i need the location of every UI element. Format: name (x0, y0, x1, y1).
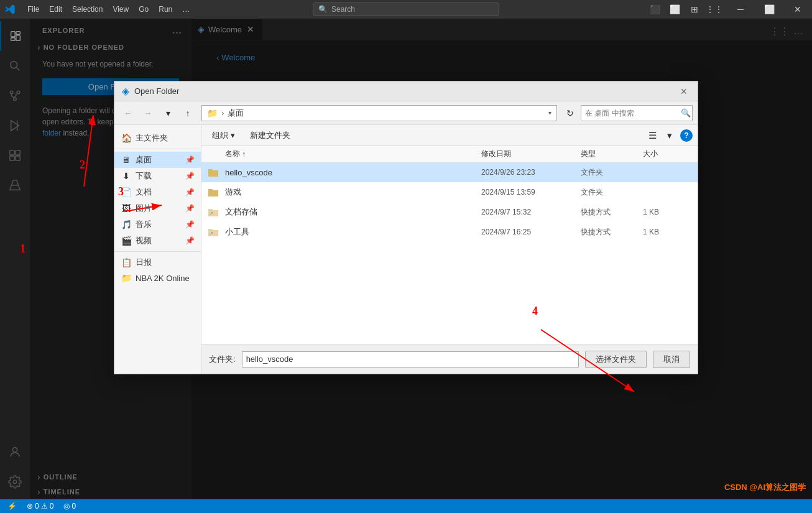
file-row-games[interactable]: 游戏 2024/9/15 13:59 文件夹 (201, 182, 698, 202)
file-date-hello-vscode: 2024/9/26 23:23 (481, 168, 581, 177)
file-row-docs-storage[interactable]: ↗ 文档存储 2024/9/7 15:32 快捷方式 1 KB (201, 202, 698, 222)
address-dropdown-icon[interactable]: ▾ (548, 109, 551, 116)
file-name-hello-vscode: hello_vscode (225, 168, 481, 177)
svg-text:↗: ↗ (209, 211, 213, 216)
dialog-nav-pictures[interactable]: 🖼 图片 📌 (114, 200, 201, 216)
dialog-search-bar: 🔍 (581, 105, 693, 121)
dialog-dropdown-btn[interactable]: ▾ (159, 105, 177, 121)
dialog-nav-documents[interactable]: 📄 文档 📌 (114, 184, 201, 200)
sort-icon: ↑ (242, 150, 246, 159)
close-button[interactable]: ✕ (783, 0, 812, 19)
footer-folder-input[interactable] (242, 351, 579, 367)
errors-indicator[interactable]: ⊗ 0 ⚠ 0 (24, 499, 56, 513)
layout-icons: ⬛ ⬜ ⊞ ⋮⋮ (645, 2, 724, 16)
nav-nba2k-label: NBA 2K Online (136, 274, 190, 283)
remote-icon: ⚡ (7, 502, 17, 511)
dialog-main-toolbar: 组织 ▾ 新建文件夹 ☰ ▾ ? (201, 125, 698, 146)
layout-btn-3[interactable]: ⊞ (685, 2, 704, 16)
maximize-button[interactable]: ⬜ (755, 0, 783, 19)
menu-more[interactable]: … (177, 2, 195, 16)
file-name-games: 游戏 (225, 187, 481, 198)
dialog-new-folder-btn[interactable]: 新建文件夹 (243, 127, 297, 144)
dialog-nav-home[interactable]: 🏠 主文件夹 (114, 130, 201, 146)
warning-icon: ⚠ (41, 502, 48, 511)
nav-documents-icon: 📄 (121, 187, 132, 197)
file-type-games: 文件夹 (581, 187, 643, 198)
dialog-view-list-icon[interactable]: ☰ (644, 127, 660, 144)
file-type-hello-vscode: 文件夹 (581, 167, 643, 178)
col-size-header[interactable]: 大小 (643, 149, 693, 159)
file-row-hello-vscode[interactable]: hello_vscode 2024/9/26 23:23 文件夹 (201, 162, 698, 182)
cancel-btn[interactable]: 取消 (653, 351, 690, 368)
dialog-main-panel: 组织 ▾ 新建文件夹 ☰ ▾ ? 名称 ↑ (201, 125, 698, 374)
file-type-tools: 快捷方式 (581, 227, 643, 238)
dialog-title-bar: ◈ Open Folder ✕ (114, 81, 698, 101)
open-folder-dialog: ◈ Open Folder ✕ ← → ▾ ↑ 📁 › 桌面 ▾ ↻ 🔍 (114, 81, 698, 374)
dialog-help-btn[interactable]: ? (680, 129, 693, 142)
dialog-nav-videos[interactable]: 🎬 视频 📌 (114, 233, 201, 249)
menu-run[interactable]: Run (154, 2, 177, 16)
dialog-organize-btn[interactable]: 组织 ▾ (206, 127, 241, 144)
nav-home-label: 主文件夹 (136, 132, 168, 144)
title-bar: File Edit Selection View Go Run … 🔍 Sear… (0, 0, 812, 19)
vscode-logo (2, 2, 17, 17)
nav-music-pin: 📌 (185, 220, 195, 229)
dialog-forward-btn[interactable]: → (139, 105, 157, 121)
select-folder-btn[interactable]: 选择文件夹 (585, 351, 647, 368)
col-name-text: 名称 (225, 149, 240, 159)
file-name-tools: 小工具 (225, 226, 481, 238)
file-shortcut-icon-1: ↗ (206, 205, 220, 219)
menu-view[interactable]: View (108, 2, 134, 16)
search-icon: 🔍 (318, 5, 328, 14)
col-name-header[interactable]: 名称 ↑ (206, 149, 481, 159)
layout-btn-2[interactable]: ⬜ (665, 2, 684, 16)
warning-count: 0 (50, 502, 54, 511)
dialog-footer: 文件夹: 选择文件夹 取消 (201, 344, 698, 374)
dialog-title-icon: ◈ (122, 85, 129, 97)
layout-btn-1[interactable]: ⬛ (645, 2, 664, 16)
file-date-tools: 2024/9/7 16:25 (481, 228, 581, 236)
dialog-nav-desktop[interactable]: 🖥 桌面 📌 (114, 152, 201, 168)
nav-music-icon: 🎵 (121, 220, 132, 229)
menu-go[interactable]: Go (134, 2, 154, 16)
nav-pictures-icon: 🖼 (121, 203, 132, 213)
dialog-search-input[interactable] (585, 109, 678, 118)
nav-downloads-icon: ⬇ (121, 171, 132, 181)
minimize-button[interactable]: ─ (726, 0, 755, 19)
dialog-body: 🏠 主文件夹 🖥 桌面 📌 ⬇ 下载 📌 📄 文档 📌 (114, 125, 698, 374)
nav-divider (114, 149, 201, 149)
title-search-bar[interactable]: 🔍 Search (313, 2, 499, 16)
dialog-overlay[interactable]: ◈ Open Folder ✕ ← → ▾ ↑ 📁 › 桌面 ▾ ↻ 🔍 (0, 19, 812, 499)
dialog-up-btn[interactable]: ↑ (179, 105, 196, 121)
layout-btn-4[interactable]: ⋮⋮ (705, 2, 724, 16)
col-type-header[interactable]: 类型 (581, 149, 643, 159)
search-text: Search (331, 5, 355, 14)
col-type-text: 类型 (581, 149, 596, 159)
dialog-refresh-btn[interactable]: ↻ (562, 105, 578, 121)
address-text: 桌面 (228, 108, 545, 119)
menu-selection[interactable]: Selection (67, 2, 108, 16)
nav-desktop-pin: 📌 (185, 155, 195, 164)
remote-indicator[interactable]: ⚡ (5, 499, 19, 513)
nav-nba2k-icon: 📁 (121, 273, 132, 283)
menu-file[interactable]: File (22, 2, 44, 16)
file-shortcut-icon-2: ↗ (206, 225, 220, 239)
nav-videos-icon: 🎬 (121, 236, 132, 246)
nav-pictures-pin: 📌 (185, 204, 195, 213)
nav-daily-icon: 📋 (121, 257, 132, 267)
svg-text:↗: ↗ (209, 231, 213, 236)
nav-videos-pin: 📌 (185, 236, 195, 245)
info-indicator[interactable]: ◎ 0 (61, 499, 78, 513)
file-folder-icon-1 (206, 165, 220, 179)
col-date-header[interactable]: 修改日期 (481, 149, 581, 159)
dialog-nav-nba2k[interactable]: 📁 NBA 2K Online (114, 270, 201, 285)
dialog-nav-downloads[interactable]: ⬇ 下载 📌 (114, 168, 201, 184)
nav-divider-2 (114, 251, 201, 252)
menu-edit[interactable]: Edit (44, 2, 67, 16)
dialog-nav-daily[interactable]: 📋 日报 (114, 254, 201, 270)
dialog-nav-music[interactable]: 🎵 音乐 📌 (114, 216, 201, 233)
file-row-tools[interactable]: ↗ 小工具 2024/9/7 16:25 快捷方式 1 KB (201, 222, 698, 242)
dialog-back-btn[interactable]: ← (119, 105, 137, 121)
dialog-close-button[interactable]: ✕ (678, 85, 690, 98)
dialog-view-dropdown-icon[interactable]: ▾ (662, 127, 678, 144)
